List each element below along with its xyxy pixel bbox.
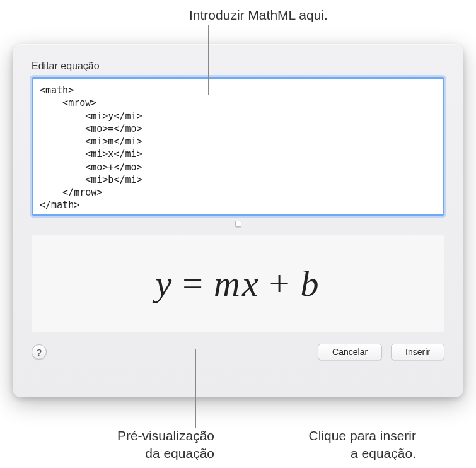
cancel-button[interactable]: Cancelar [318, 344, 382, 360]
preview-op-plus: + [260, 262, 301, 305]
callout-insert-line1: Clique para inserir [277, 427, 416, 444]
preview-op-eq: = [173, 262, 214, 305]
callout-preview-line1: Pré-visualização [76, 427, 214, 444]
preview-var-m: m [214, 262, 242, 305]
callout-line-preview [195, 349, 196, 428]
panel-title: Editar equação [32, 61, 444, 72]
callout-insert-line2: a equação. [277, 445, 416, 462]
preview-var-y: y [156, 262, 174, 305]
callout-line-top [208, 25, 209, 95]
callout-preview-line2: da equação [76, 445, 214, 462]
mathml-input[interactable] [32, 77, 444, 216]
callout-preview: Pré-visualização da equação [76, 427, 214, 462]
equation-editor-panel: Editar equação y = m x + b ? Cancelar In… [13, 44, 463, 397]
callout-input-hint: Introduzir MathML aqui. [189, 6, 378, 23]
preview-var-x: x [242, 262, 260, 305]
help-icon: ? [37, 347, 42, 358]
panel-footer: ? Cancelar Inserir [32, 344, 444, 360]
callout-insert: Clique para inserir a equação. [277, 427, 416, 462]
callout-line-insert [409, 380, 409, 428]
resize-handle[interactable] [235, 221, 241, 227]
insert-button[interactable]: Inserir [391, 344, 444, 360]
help-button[interactable]: ? [32, 344, 47, 360]
equation-preview: y = m x + b [32, 235, 444, 332]
preview-var-b: b [300, 262, 320, 305]
